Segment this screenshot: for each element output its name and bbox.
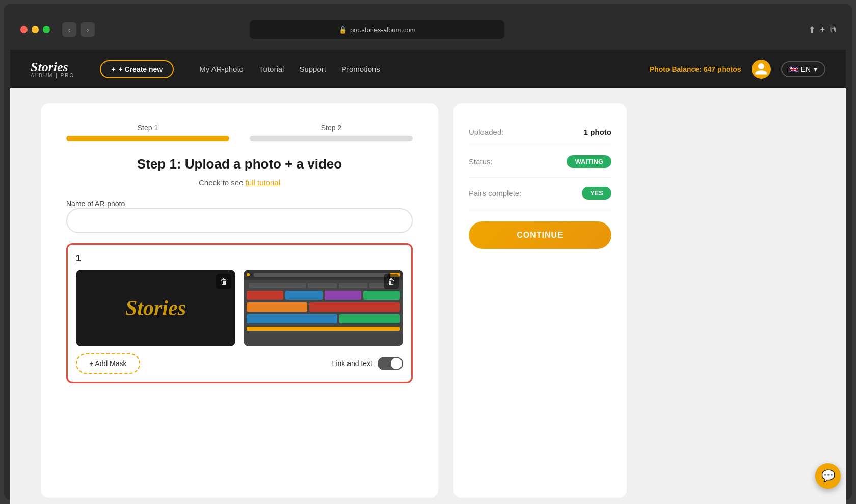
toggle-knob xyxy=(391,358,402,369)
page-body: Step 1 Step 2 Step 1: Upload a photo + a… xyxy=(10,88,846,504)
app-header: Stories album | pro + + Create new My AR… xyxy=(10,50,846,88)
uploaded-row: Uploaded: 1 photo xyxy=(469,119,611,146)
dash-row-3 xyxy=(247,314,400,323)
chat-icon: 💬 xyxy=(821,469,835,483)
status-row: Status: WAITING xyxy=(469,146,611,178)
create-new-button[interactable]: + + Create new xyxy=(100,60,174,78)
step-2-label: Step 2 xyxy=(321,124,341,132)
stories-image: Stories xyxy=(76,270,235,346)
delete-video-button[interactable]: 🗑 xyxy=(384,274,399,289)
uploaded-label: Uploaded: xyxy=(469,128,503,136)
chat-bubble[interactable]: 💬 xyxy=(815,463,841,489)
traffic-lights xyxy=(20,26,50,33)
language-selector[interactable]: 🇬🇧 EN ▾ xyxy=(781,61,825,77)
chevron-down-icon: ▾ xyxy=(814,65,817,73)
delete-photo-button[interactable]: 🗑 xyxy=(216,274,231,289)
forward-button[interactable]: › xyxy=(81,22,95,37)
status-badge: WAITING xyxy=(567,155,611,168)
dash-card-blue-2 xyxy=(247,314,337,323)
step-1-label: Step 1 xyxy=(138,124,158,132)
status-label: Status: xyxy=(469,157,493,166)
dash-row-2 xyxy=(247,302,400,312)
pairs-label: Pairs complete: xyxy=(469,189,521,198)
tutorial-link[interactable]: full tutorial xyxy=(246,178,280,187)
pairs-row: Pairs complete: YES xyxy=(469,178,611,209)
back-button[interactable]: ‹ xyxy=(62,22,76,37)
link-text-section: Link and text xyxy=(332,357,403,370)
flag-icon: 🇬🇧 xyxy=(789,65,798,73)
browser-chrome: ‹ › 🔒 pro.stories-album.com ⬆ + ⧉ xyxy=(10,9,846,50)
photo-balance-label: Photo Balance: xyxy=(650,65,702,73)
dash-card-orange xyxy=(247,302,307,312)
link-text-label: Link and text xyxy=(332,359,372,368)
user-icon xyxy=(754,62,768,76)
lang-label: EN xyxy=(801,65,811,73)
share-icon[interactable]: ⬆ xyxy=(809,25,815,35)
page-title: Step 1: Upload a photo + a video xyxy=(66,156,413,172)
left-panel: Step 1 Step 2 Step 1: Upload a photo + a… xyxy=(41,103,438,498)
dash-row-1 xyxy=(247,291,400,300)
step-1-item: Step 1 xyxy=(66,124,229,141)
step-2-item: Step 2 xyxy=(250,124,413,141)
dash-dot xyxy=(247,273,250,276)
toggle-switch[interactable] xyxy=(378,357,403,370)
right-panel: Uploaded: 1 photo Status: WAITING Pairs … xyxy=(453,103,627,498)
nav-tutorial[interactable]: Tutorial xyxy=(259,65,284,73)
close-button[interactable] xyxy=(20,26,28,33)
stories-image-text: Stories xyxy=(125,296,186,320)
steps-header: Step 1 Step 2 xyxy=(66,124,413,141)
dash-content xyxy=(244,280,403,335)
nav-my-ar-photo[interactable]: My AR-photo xyxy=(199,65,244,73)
yes-badge: YES xyxy=(582,187,611,200)
step-2-bar xyxy=(250,136,413,141)
browser-right-controls: ⬆ + ⧉ xyxy=(809,25,836,35)
browser-body: Stories album | pro + + Create new My AR… xyxy=(10,50,846,504)
dash-card-purple xyxy=(325,291,361,300)
name-input[interactable] xyxy=(66,208,413,233)
pair-card: 1 🗑 Stories 🗑 xyxy=(66,243,413,383)
dash-card-green xyxy=(363,291,400,300)
step-1-bar xyxy=(66,136,229,141)
photo-slot: 🗑 Stories xyxy=(76,270,235,346)
dash-card-blue xyxy=(285,291,322,300)
subtitle-text: Check to see xyxy=(199,178,244,187)
dash-header-mock xyxy=(244,270,403,280)
avatar[interactable] xyxy=(752,60,771,79)
dash-card-red xyxy=(247,291,283,300)
new-tab-icon[interactable]: + xyxy=(820,25,825,35)
logo: Stories album | pro xyxy=(31,60,74,78)
name-field-label: Name of AR-photo xyxy=(66,200,125,208)
add-mask-button[interactable]: + Add Mask xyxy=(76,353,140,374)
logo-sub: album | pro xyxy=(31,73,74,78)
uploaded-value: 1 photo xyxy=(584,128,611,136)
dash-card-red-2 xyxy=(309,302,400,312)
pair-actions: + Add Mask Link and text xyxy=(76,353,403,374)
url-text: pro.stories-album.com xyxy=(350,26,416,34)
dash-card-green-2 xyxy=(339,314,400,323)
nav-support[interactable]: Support xyxy=(299,65,326,73)
main-nav: My AR-photo Tutorial Support Promotions xyxy=(199,65,380,73)
tabs-icon[interactable]: ⧉ xyxy=(830,25,836,35)
lock-icon: 🔒 xyxy=(339,26,347,34)
pair-images: 🗑 Stories 🗑 xyxy=(76,270,403,346)
continue-button[interactable]: CONTINUE xyxy=(469,221,611,249)
video-slot: 🗑 xyxy=(244,270,403,346)
photo-balance-value: 647 photos xyxy=(704,65,741,73)
maximize-button[interactable] xyxy=(43,26,50,33)
photo-balance: Photo Balance: 647 photos xyxy=(650,65,741,73)
address-bar[interactable]: 🔒 pro.stories-album.com xyxy=(250,20,504,39)
dashboard-image xyxy=(244,270,403,346)
header-right: Photo Balance: 647 photos 🇬🇧 EN ▾ xyxy=(650,60,825,79)
pair-number: 1 xyxy=(76,253,403,264)
nav-promotions[interactable]: Promotions xyxy=(341,65,380,73)
subtitle: Check to see full tutorial xyxy=(66,178,413,187)
create-new-label: + Create new xyxy=(118,65,163,73)
plus-icon: + xyxy=(111,65,115,73)
browser-nav-controls: ‹ › xyxy=(62,22,95,37)
minimize-button[interactable] xyxy=(32,26,39,33)
